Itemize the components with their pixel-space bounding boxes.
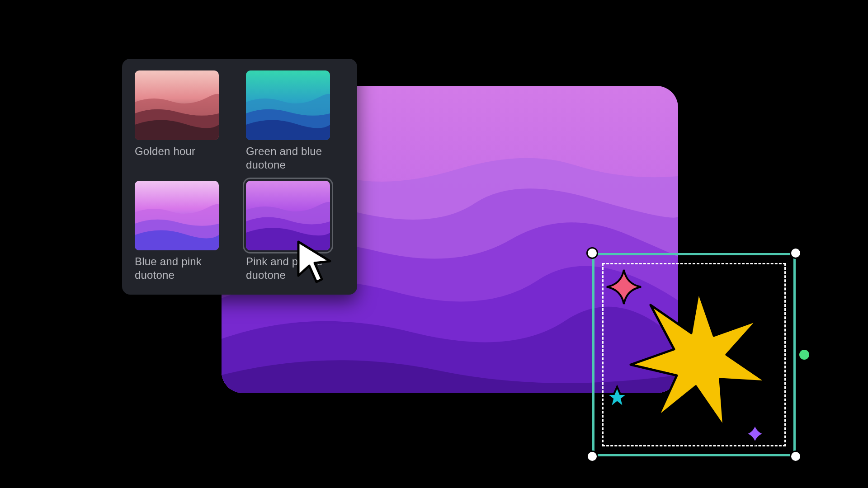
filter-panel: Golden hour (122, 59, 357, 295)
thumb-green-blue (246, 70, 330, 140)
thumb-golden-hour (135, 70, 219, 140)
resize-handle-top-left[interactable] (586, 247, 598, 259)
filter-tile-pink-purple[interactable]: Pink and purple duotone (246, 181, 344, 282)
filter-label: Blue and pink duotone (135, 255, 233, 282)
filter-tile-golden-hour[interactable]: Golden hour (135, 70, 233, 172)
selection-frame (592, 253, 796, 456)
filter-tile-blue-pink[interactable]: Blue and pink duotone (135, 181, 233, 282)
filter-label: Golden hour (135, 145, 233, 158)
resize-handle-top-right[interactable] (790, 247, 802, 259)
resize-handle-bottom-right[interactable] (790, 450, 802, 462)
resize-handle-bottom-left[interactable] (586, 450, 598, 462)
filter-label: Pink and purple duotone (246, 255, 344, 282)
editor-stage: Golden hour (0, 0, 868, 488)
filter-tile-green-blue[interactable]: Green and blue duotone (246, 70, 344, 172)
selected-object-star-group[interactable] (592, 253, 796, 456)
thumb-blue-pink (135, 181, 219, 250)
rotate-handle[interactable] (799, 350, 809, 360)
thumb-pink-purple (246, 181, 330, 250)
filter-label: Green and blue duotone (246, 145, 344, 172)
